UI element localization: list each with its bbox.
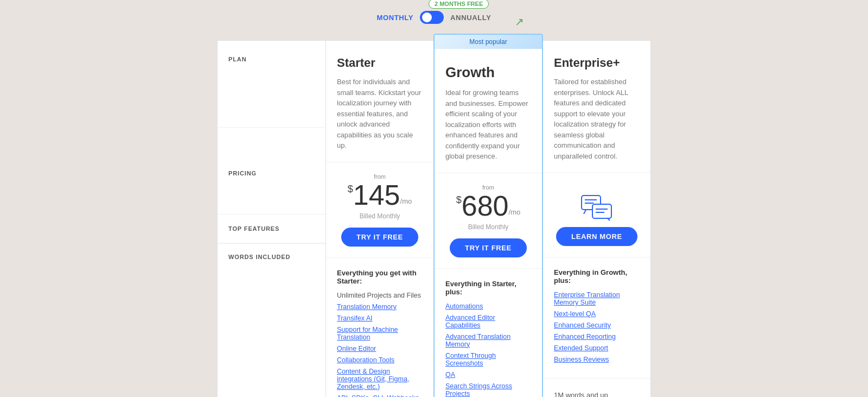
- starter-feature-5[interactable]: Collaboration Tools: [337, 356, 423, 364]
- growth-pricing: from $ 680 /mo Billed Monthly TRY IT FRE…: [435, 173, 542, 269]
- starter-features-heading: Everything you get with Starter:: [337, 269, 423, 285]
- labels-column: PLAN PRICING TOP FEATURES WORDS INCLUDED: [217, 40, 326, 397]
- toggle-switch[interactable]: [420, 11, 444, 24]
- annually-label: ANNUALLY: [450, 14, 492, 22]
- arrow-icon: ↗: [515, 15, 524, 28]
- enterprise-words-value: 1M words and up: [554, 391, 608, 398]
- enterprise-title: Enterprise+: [554, 56, 640, 70]
- growth-feature-0[interactable]: Automations: [445, 303, 531, 310]
- starter-feature-7[interactable]: API, SDKs, CLI, Webhooks: [337, 394, 423, 398]
- starter-feature-0: Unlimited Projects and Files: [337, 292, 423, 299]
- starter-price-number: 145: [353, 181, 400, 209]
- growth-column: Most popular Growth Ideal for growing te…: [433, 34, 543, 397]
- months-free-badge: 2 MONTHS FREE: [429, 0, 489, 9]
- enterprise-header: Enterprise+ Tailored for established ent…: [543, 41, 650, 173]
- enterprise-feature-4[interactable]: Extended Support: [554, 344, 640, 352]
- starter-cta-button[interactable]: TRY IT FREE: [341, 228, 418, 247]
- starter-features: Everything you get with Starter: Unlimit…: [326, 258, 433, 398]
- growth-features-heading: Everything in Starter, plus:: [445, 280, 531, 296]
- label-features-section: TOP FEATURES: [218, 215, 326, 243]
- most-popular-banner: Most popular: [435, 35, 542, 49]
- starter-pricing: from $ 145 /mo Billed Monthly TRY IT FRE…: [326, 162, 433, 258]
- growth-price-from: from: [482, 184, 494, 191]
- plan-label: PLAN: [228, 56, 246, 62]
- growth-feature-2[interactable]: Advanced Translation Memory: [445, 333, 531, 348]
- growth-price-mo: /mo: [509, 209, 521, 216]
- starter-feature-1[interactable]: Translation Memory: [337, 303, 423, 311]
- enterprise-words: 1M words and up: [543, 379, 650, 397]
- top-features-label: TOP FEATURES: [228, 225, 279, 232]
- enterprise-feature-0[interactable]: Enterprise Translation Memory Suite: [554, 291, 640, 306]
- starter-feature-3[interactable]: Support for Machine Translation: [337, 326, 423, 341]
- starter-feature-2[interactable]: Transifex AI: [337, 314, 423, 322]
- enterprise-description: Tailored for established enterprises. Un…: [554, 77, 640, 161]
- starter-title: Starter: [337, 56, 423, 70]
- enterprise-cta-button[interactable]: LEARN MORE: [556, 227, 637, 246]
- billing-toggle-container: 2 MONTHS FREE MONTHLY ANNUALLY ↗: [376, 11, 491, 24]
- enterprise-column: Enterprise+ Tailored for established ent…: [543, 40, 651, 397]
- growth-price-symbol: $: [456, 195, 462, 205]
- chat-icon: [580, 194, 613, 222]
- starter-feature-4[interactable]: Online Editor: [337, 345, 423, 352]
- toggle-knob: [422, 12, 432, 22]
- starter-billed: Billed Monthly: [360, 212, 400, 220]
- enterprise-features: Everything in Growth, plus: Enterprise T…: [543, 257, 650, 379]
- enterprise-pricing: LEARN MORE: [543, 173, 650, 257]
- pricing-label: PRICING: [228, 170, 257, 177]
- svg-rect-3: [592, 204, 611, 218]
- label-words-section: WORDS INCLUDED: [218, 243, 326, 270]
- pricing-table: PLAN PRICING TOP FEATURES WORDS INCLUDED…: [217, 40, 651, 397]
- enterprise-feature-5[interactable]: Business Reviews: [554, 356, 640, 363]
- enterprise-feature-1[interactable]: Next-level QA: [554, 310, 640, 318]
- growth-feature-1[interactable]: Advanced Editor Capabilities: [445, 314, 531, 329]
- growth-description: Ideal for growing teams and businesses. …: [445, 87, 531, 162]
- enterprise-features-heading: Everything in Growth, plus:: [554, 268, 640, 285]
- starter-price-amount: $ 145 /mo: [348, 181, 412, 209]
- growth-features: Everything in Starter, plus: Automations…: [435, 269, 542, 398]
- label-pricing-section: PRICING: [218, 128, 326, 215]
- monthly-label: MONTHLY: [376, 14, 413, 22]
- growth-feature-5[interactable]: Search Strings Across Projects: [445, 382, 531, 398]
- growth-feature-3[interactable]: Context Through Screenshots: [445, 352, 531, 367]
- label-plan-section: PLAN: [218, 41, 326, 128]
- growth-price-amount: $ 680 /mo: [456, 192, 520, 220]
- starter-feature-6[interactable]: Content & Design integrations (Git, Figm…: [337, 368, 423, 390]
- words-included-label: WORDS INCLUDED: [228, 254, 290, 260]
- starter-header: Starter Best for individuals and small t…: [326, 41, 433, 162]
- enterprise-icon-wrapper: [580, 184, 613, 227]
- growth-price-number: 680: [462, 192, 509, 220]
- pricing-wrapper: PLAN PRICING TOP FEATURES WORDS INCLUDED…: [217, 40, 651, 397]
- billing-toggle[interactable]: MONTHLY ANNUALLY ↗: [376, 11, 491, 24]
- starter-column: Starter Best for individuals and small t…: [326, 40, 433, 397]
- starter-description: Best for individuals and small teams. Ki…: [337, 77, 423, 151]
- growth-title: Growth: [445, 64, 531, 81]
- starter-price-from: from: [374, 173, 386, 180]
- starter-price-mo: /mo: [400, 198, 412, 205]
- enterprise-feature-3[interactable]: Enhanced Reporting: [554, 333, 640, 341]
- growth-cta-button[interactable]: TRY IT FREE: [450, 238, 527, 257]
- growth-feature-4[interactable]: QA: [445, 371, 531, 379]
- starter-price-symbol: $: [348, 184, 353, 194]
- growth-header: Growth Ideal for growing teams and busin…: [435, 49, 542, 173]
- enterprise-feature-2[interactable]: Enhanced Security: [554, 322, 640, 329]
- growth-billed: Billed Monthly: [468, 223, 509, 231]
